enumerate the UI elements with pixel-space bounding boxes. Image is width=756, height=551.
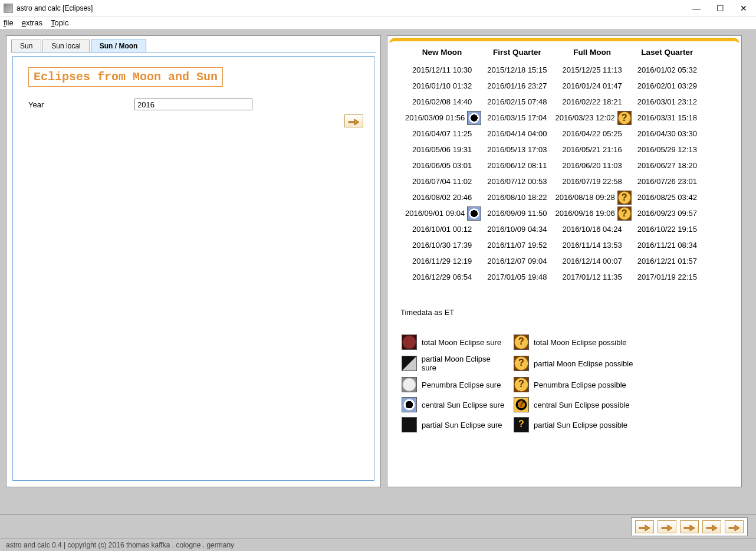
moon-cell-first-quarter: 2016/07/12 00:53	[484, 174, 550, 189]
table-row: 2016/04/07 11:252016/04/14 04:002016/04/…	[402, 126, 701, 141]
legend-label: partial Sun Eclipse possible	[534, 421, 627, 429]
moon-cell-new-moon: 2016/08/02 20:46	[402, 190, 482, 205]
legend-label: Penumbra Eclipse sure	[422, 381, 501, 389]
right-panel: New Moon First Quarter Full Moon Laset Q…	[387, 35, 742, 487]
table-row: 2016/10/01 00:122016/10/09 04:342016/10/…	[402, 222, 701, 237]
moon-cell-last-quarter: 2016/10/22 19:15	[634, 222, 701, 237]
moon-cell-full-moon: 2016/01/24 01:47	[551, 78, 632, 93]
moon-cell-new-moon: 2016/06/05 03:01	[402, 158, 482, 173]
moon-cell-new-moon: 2016/02/08 14:40	[402, 94, 482, 109]
status-text: astro and calc 0.4 | copyright (c) 2016 …	[6, 541, 234, 549]
moon-cell-last-quarter: 2016/03/01 23:12	[634, 94, 701, 109]
toolbar-button-1[interactable]	[635, 520, 654, 533]
moon-cell-last-quarter: 2016/01/02 05:32	[634, 63, 701, 77]
moon-cell-full-moon: 2015/12/25 11:13	[551, 63, 632, 77]
toolbar-button-2[interactable]	[658, 520, 676, 533]
legend-label: total Moon Eclipse possible	[534, 338, 627, 347]
tab-sun-local[interactable]: Sun local	[42, 40, 89, 52]
moon-cell-first-quarter: 2016/03/15 17:04	[484, 110, 550, 125]
table-row: 2016/08/02 20:462016/08/10 18:222016/08/…	[402, 190, 701, 205]
moon-cell-new-moon: 2016/04/07 11:25	[402, 126, 482, 141]
col-first-quarter: First Quarter	[484, 45, 550, 61]
pointer-hand-icon	[347, 117, 360, 125]
statusbar: astro and calc 0.4 | copyright (c) 2016 …	[0, 538, 756, 551]
pointer-hand-icon	[705, 523, 718, 531]
penumbra-eclipse-icon	[402, 377, 417, 392]
moon-cell-new-moon: 2015/12/11 10:30	[402, 63, 482, 77]
moon-cell-first-quarter: 2016/09/09 11:50	[484, 206, 550, 221]
window-close-button[interactable]: ✕	[737, 4, 750, 13]
toolbar-button-3[interactable]	[680, 520, 699, 533]
year-input[interactable]	[134, 99, 252, 110]
moon-cell-last-quarter: 2016/02/01 03:29	[634, 78, 701, 93]
moon-cell-first-quarter: 2016/11/07 19:52	[484, 238, 550, 252]
col-new-moon: New Moon	[402, 45, 482, 61]
window-title: astro and calc [Eclipses]	[17, 4, 690, 12]
legend-label: central Sun Eclipse possible	[534, 401, 630, 409]
table-row: 2016/01/10 01:322016/01/16 23:272016/01/…	[402, 78, 701, 93]
moon-cell-last-quarter: 2016/08/25 03:42	[634, 190, 701, 205]
moon-cell-full-moon: 2017/01/12 11:35	[551, 270, 632, 284]
toolbar-button-4[interactable]	[702, 520, 721, 533]
tab-sun[interactable]: Sun	[11, 40, 41, 52]
menu-file[interactable]: file	[4, 18, 14, 27]
moon-cell-new-moon: 2016/01/10 01:32	[402, 78, 482, 93]
menu-topic[interactable]: Topic	[51, 18, 68, 27]
moon-cell-first-quarter: 2016/02/15 07:48	[484, 94, 550, 109]
moon-cell-first-quarter: 2015/12/18 15:15	[484, 63, 550, 77]
central-sun-eclipse-icon	[402, 397, 417, 412]
legend-label: central Sun Eclipse sure	[422, 401, 504, 409]
moon-cell-full-moon: 2016/09/16 19:06	[551, 206, 632, 221]
partial-sun-eclipse-icon	[402, 417, 417, 432]
table-row: 2016/05/06 19:312016/05/13 17:032016/05/…	[402, 142, 701, 157]
col-full-moon: Full Moon	[551, 45, 632, 61]
year-label: Year	[28, 100, 134, 109]
moon-phases-table: New Moon First Quarter Full Moon Laset Q…	[400, 44, 702, 286]
workspace: Sun Sun local Sun / Moon Eclipses from M…	[0, 29, 756, 514]
table-row: 2016/07/04 11:022016/07/12 00:532016/07/…	[402, 174, 701, 189]
moon-possible-icon	[617, 191, 632, 205]
moon-cell-new-moon: 2016/07/04 11:02	[402, 174, 482, 189]
menubar: file extras Topic	[0, 17, 756, 29]
pointer-hand-icon	[638, 523, 651, 531]
table-row: 2016/03/09 01:562016/03/15 17:042016/03/…	[402, 110, 701, 125]
menu-extras[interactable]: extras	[22, 18, 42, 27]
moon-cell-first-quarter: 2016/01/16 23:27	[484, 78, 550, 93]
moon-cell-full-moon: 2016/08/18 09:28	[551, 190, 632, 205]
app-icon	[4, 4, 13, 13]
calculate-button[interactable]	[344, 114, 363, 127]
moon-cell-full-moon: 2016/11/14 13:53	[551, 238, 632, 252]
eclipses-heading: Eclipses from Moon and Sun	[28, 67, 223, 87]
table-row: 2015/12/11 10:302015/12/18 15:152015/12/…	[402, 63, 701, 77]
moon-cell-full-moon: 2016/02/22 18:21	[551, 94, 632, 109]
moon-cell-last-quarter: 2017/01/19 22:15	[634, 270, 701, 284]
col-last-quarter: Laset Quarter	[634, 45, 701, 61]
moon-cell-new-moon: 2016/10/30 17:39	[402, 238, 482, 252]
tab-strip: Sun Sun local Sun / Moon	[11, 40, 376, 53]
window-maximize-button[interactable]: ☐	[714, 4, 727, 13]
table-row: 2016/09/01 09:042016/09/09 11:502016/09/…	[402, 206, 701, 221]
moon-cell-last-quarter: 2016/09/23 09:57	[634, 206, 701, 221]
toolbar-button-5[interactable]	[725, 520, 744, 533]
legend-label: partial Moon Eclipse sure	[422, 355, 507, 372]
partial-moon-eclipse-possible-icon	[514, 356, 529, 371]
moon-cell-full-moon: 2016/10/16 04:24	[551, 222, 632, 237]
moon-cell-first-quarter: 2016/05/13 17:03	[484, 142, 550, 157]
moon-cell-new-moon: 2016/03/09 01:56	[402, 110, 482, 125]
moon-cell-new-moon: 2016/12/29 06:54	[402, 270, 482, 284]
table-row: 2016/11/29 12:192016/12/07 09:042016/12/…	[402, 254, 701, 268]
moon-cell-full-moon: 2016/04/22 05:25	[551, 126, 632, 141]
total-moon-eclipse-icon	[402, 334, 417, 350]
partial-sun-eclipse-possible-icon	[514, 417, 529, 432]
tab-sun-moon[interactable]: Sun / Moon	[91, 40, 147, 52]
moon-cell-new-moon: 2016/11/29 12:19	[402, 254, 482, 268]
legend: total Moon Eclipse sure total Moon Eclip…	[400, 334, 735, 432]
window-minimize-button[interactable]: —	[690, 4, 703, 13]
sun-central-icon	[467, 206, 481, 221]
moon-cell-last-quarter: 2016/12/21 01:57	[634, 254, 701, 268]
pointer-hand-icon	[660, 523, 673, 531]
moon-cell-last-quarter: 2016/07/26 23:01	[634, 174, 701, 189]
left-panel: Sun Sun local Sun / Moon Eclipses from M…	[6, 35, 381, 487]
table-row: 2016/10/30 17:392016/11/07 19:522016/11/…	[402, 238, 701, 252]
pointer-hand-icon	[683, 523, 696, 531]
